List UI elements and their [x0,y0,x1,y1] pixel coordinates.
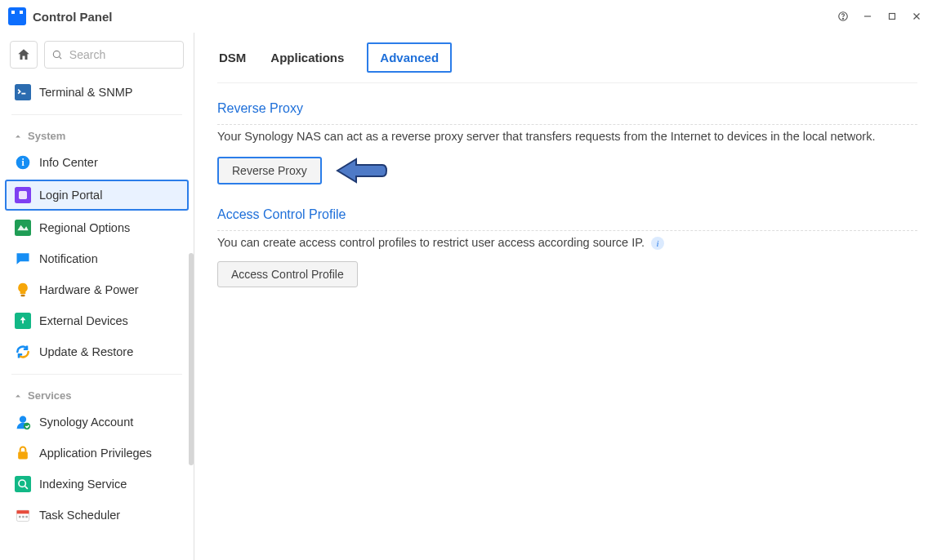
maximize-button[interactable] [880,4,904,29]
svg-rect-3 [890,14,895,20]
sidebar-item-notification[interactable]: Notification [0,243,194,274]
svg-rect-25 [22,516,25,518]
divider [11,374,182,375]
arrow-annotation-icon [333,154,390,189]
sidebar-item-label: Synology Account [39,416,133,429]
portal-icon [15,187,31,203]
minimize-button[interactable] [855,4,880,29]
svg-rect-26 [25,516,28,518]
sidebar-item-label: Terminal & SNMP [39,86,132,99]
close-button[interactable] [904,4,929,29]
globe-icon [15,220,31,236]
tab-advanced[interactable]: Advanced [367,42,452,73]
sidebar-item-label: Update & Restore [39,345,133,358]
sidebar-item-application-privileges[interactable]: Application Privileges [0,438,194,469]
chevron-up-icon [13,391,23,401]
sidebar-item-regional-options[interactable]: Regional Options [0,212,194,243]
svg-point-1 [843,18,844,19]
scrollbar-thumb[interactable] [189,253,194,465]
sidebar-item-update-restore[interactable]: Update & Restore [0,336,194,367]
sidebar-item-label: Notification [39,252,98,265]
svg-point-6 [53,51,60,57]
section-title-acp: Access Control Profile [217,207,917,231]
sidebar-item-login-portal[interactable]: Login Portal [5,180,189,211]
tabs: DSM Applications Advanced [217,33,917,83]
tab-dsm[interactable]: DSM [217,46,248,69]
calendar-icon [15,507,31,523]
sidebar-section-services[interactable]: Services [0,381,194,407]
svg-rect-23 [17,510,29,513]
terminal-icon [15,84,31,100]
chat-icon [15,251,31,267]
sidebar-item-label: External Devices [39,314,128,327]
sidebar-item-info-center[interactable]: i Info Center [0,147,194,178]
search-service-icon [15,476,31,492]
reverse-proxy-button[interactable]: Reverse Proxy [217,157,322,184]
sidebar-section-system[interactable]: System [0,122,194,147]
sidebar-item-label: Indexing Service [39,478,127,491]
window-title: Control Panel [33,10,113,24]
divider [11,114,182,115]
info-icon[interactable]: i [651,237,664,250]
sidebar-item-label: Hardware & Power [39,283,139,296]
sidebar-item-label: Login Portal [39,189,102,202]
svg-rect-24 [19,516,21,518]
sidebar: Terminal & SNMP System i Info Center Log… [0,33,194,560]
section-label: Services [28,389,72,402]
svg-point-16 [20,416,26,423]
svg-line-7 [60,57,62,60]
svg-point-17 [24,423,30,429]
sidebar-item-label: Info Center [39,156,98,169]
access-control-profile-button[interactable]: Access Control Profile [217,261,358,287]
svg-rect-8 [15,84,31,100]
titlebar: Control Panel [0,0,937,33]
info-icon: i [15,154,31,171]
svg-rect-18 [18,451,28,459]
sidebar-item-external-devices[interactable]: External Devices [0,305,194,336]
chevron-up-icon [13,131,23,141]
sidebar-item-terminal-snmp[interactable]: Terminal & SNMP [0,77,194,108]
user-icon [15,414,31,430]
acp-desc-text: You can create access control profiles t… [217,236,645,249]
main-content: DSM Applications Advanced Reverse Proxy … [194,33,937,560]
upload-icon [15,313,31,329]
search-input-wrap[interactable] [44,41,184,69]
section-desc-reverse-proxy: Your Synology NAS can act as a reverse p… [217,130,917,143]
home-button[interactable] [10,41,38,69]
app-icon [8,7,26,25]
sidebar-item-label: Regional Options [39,221,130,234]
section-desc-acp: You can create access control profiles t… [217,236,917,250]
section-title-reverse-proxy: Reverse Proxy [217,101,917,125]
svg-rect-19 [15,476,31,492]
svg-rect-14 [21,295,25,297]
sidebar-item-hardware-power[interactable]: Hardware & Power [0,274,194,305]
help-button[interactable] [831,4,855,29]
section-label: System [28,130,65,142]
sidebar-item-synology-account[interactable]: Synology Account [0,407,194,438]
svg-rect-12 [19,191,27,199]
sidebar-item-task-scheduler[interactable]: Task Scheduler [0,500,194,531]
tab-applications[interactable]: Applications [269,46,346,69]
sidebar-item-label: Application Privileges [39,447,152,460]
lock-icon [15,445,31,461]
bulb-icon [15,282,31,298]
sidebar-item-indexing-service[interactable]: Indexing Service [0,469,194,500]
search-input[interactable] [68,47,176,62]
sidebar-item-label: Task Scheduler [39,509,120,522]
refresh-icon [15,344,31,360]
